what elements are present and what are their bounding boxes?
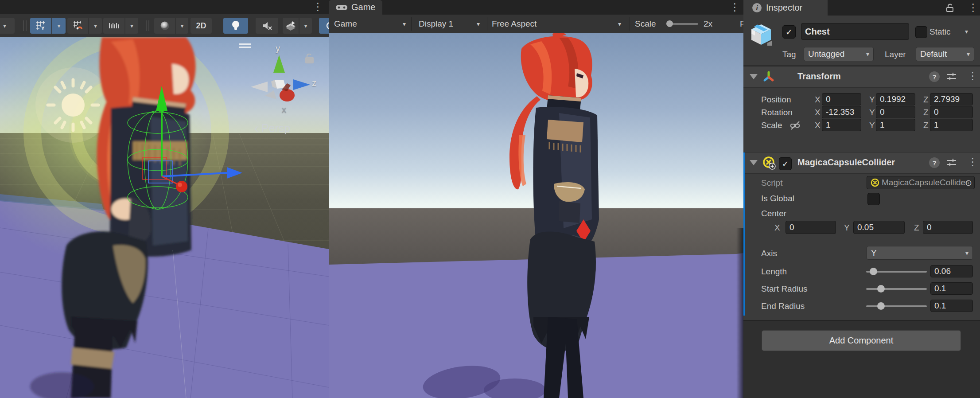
- axis-dropdown[interactable]: Y ▾: [867, 246, 973, 260]
- scene-view-panel: ⋮ ▾ Y ▾: [0, 0, 329, 398]
- active-checkbox[interactable]: ✓: [782, 25, 796, 39]
- length-slider[interactable]: [866, 271, 927, 273]
- scale-x-field[interactable]: 1: [822, 119, 861, 131]
- inspector-kebab-icon[interactable]: ⋮: [968, 3, 978, 13]
- tool-handle-dropdown[interactable]: ▾: [0, 18, 15, 34]
- constrain-proportions-icon[interactable]: [789, 120, 801, 131]
- tag-dropdown[interactable]: Untagged ▾: [804, 47, 874, 61]
- center-z-field[interactable]: 0: [923, 221, 973, 234]
- scale-slider-knob[interactable]: [666, 20, 673, 27]
- layer-label: Layer: [885, 50, 906, 59]
- check-icon: ✓: [786, 27, 793, 37]
- presets-icon[interactable]: [946, 72, 957, 81]
- position-y-field[interactable]: 0.1992: [876, 93, 915, 105]
- start-radius-slider[interactable]: [866, 288, 927, 290]
- game-menu-kebab-icon[interactable]: ⋮: [730, 2, 740, 12]
- is-global-label: Is Global: [761, 194, 794, 203]
- scene-effects-button[interactable]: [283, 18, 299, 34]
- end-radius-slider[interactable]: [866, 305, 927, 307]
- end-radius-slider-knob[interactable]: [877, 302, 885, 310]
- game-render: [329, 33, 743, 398]
- position-z-field[interactable]: 2.7939: [930, 93, 973, 105]
- static-dropdown-icon[interactable]: ▾: [965, 28, 968, 35]
- axis-z: Z: [923, 95, 929, 105]
- transform-foldout[interactable]: [750, 74, 758, 79]
- game-view-panel: Game ⋮ Game ▾ Display 1 ▾ Free Aspect ▾ …: [329, 0, 744, 398]
- rotation-x-field[interactable]: -12.353: [822, 106, 861, 118]
- position-x-field[interactable]: 0: [822, 93, 861, 105]
- scene-menu-kebab-icon[interactable]: ⋮: [313, 2, 323, 12]
- tab-inspector[interactable]: i Inspector: [743, 0, 828, 16]
- length-field[interactable]: 0.06: [930, 265, 973, 277]
- collider-enabled-checkbox[interactable]: ✓: [779, 157, 792, 170]
- aspect-ratio-dropdown[interactable]: Free Aspect ▾: [492, 15, 621, 33]
- layer-dropdown[interactable]: Default ▾: [916, 47, 974, 61]
- clipped-toolbar-button[interactable]: [319, 18, 329, 34]
- chevron-down-icon: ▾: [180, 23, 183, 29]
- transform-kebab-icon[interactable]: ⋮: [968, 71, 978, 81]
- collider-kebab-icon[interactable]: ⋮: [968, 157, 978, 167]
- scene-effects-dropdown[interactable]: ▾: [299, 18, 312, 34]
- display-dropdown[interactable]: Display 1 ▾: [419, 15, 480, 33]
- inspector-panel: i Inspector ⋮ ✓: [743, 0, 980, 398]
- center-x-field[interactable]: 0: [786, 221, 836, 234]
- presets-icon[interactable]: [946, 158, 957, 167]
- mode-2d-button[interactable]: 2D: [191, 18, 212, 34]
- projection-mode-label[interactable]: ‹ Persp: [254, 121, 290, 135]
- help-icon[interactable]: ?: [929, 71, 940, 82]
- move-gizmo-x-handle: [176, 181, 187, 192]
- chevron-down-icon: ▾: [403, 21, 406, 27]
- axis-y: Y: [869, 95, 875, 105]
- scene-lighting-button[interactable]: [223, 18, 248, 34]
- game-camera-dropdown[interactable]: Game ▾: [334, 15, 406, 33]
- tab-game[interactable]: Game: [329, 0, 382, 15]
- scale-slider[interactable]: [666, 23, 698, 25]
- center-y-field[interactable]: 0.05: [853, 221, 905, 234]
- start-radius-slider-knob[interactable]: [877, 285, 885, 293]
- lock-icon[interactable]: [945, 3, 955, 13]
- gameobject-name-field[interactable]: Chest: [801, 23, 909, 40]
- svg-text:Y: Y: [41, 26, 45, 31]
- object-picker-icon[interactable]: ⊙: [965, 178, 972, 188]
- scene-audio-button[interactable]: [256, 18, 278, 34]
- gizmo-y-label[interactable]: y: [276, 43, 280, 54]
- scene-viewport[interactable]: y z x ‹ Persp: [0, 37, 329, 398]
- add-component-button[interactable]: Add Component: [762, 330, 961, 351]
- script-object-field[interactable]: MagicaCapsuleCollider ⊙: [867, 176, 975, 189]
- clipped-play-focused-dropdown[interactable]: P: [740, 15, 743, 33]
- length-slider-knob[interactable]: [870, 268, 877, 275]
- transform-icon: [762, 70, 775, 84]
- shading-mode-dropdown[interactable]: ▾: [176, 18, 188, 34]
- help-icon[interactable]: ?: [929, 157, 940, 168]
- effects-layers-icon: [285, 20, 296, 31]
- end-radius-field[interactable]: 0.1: [930, 300, 973, 312]
- scale-y-field[interactable]: 1: [876, 119, 915, 131]
- tag-label: Tag: [782, 50, 796, 59]
- scale-label: Scale: [635, 15, 656, 33]
- gizmo-z-label[interactable]: z: [312, 78, 316, 88]
- gizmo-x-label[interactable]: x: [282, 105, 286, 115]
- grid-snapping-button[interactable]: [67, 18, 88, 34]
- rotation-y-field[interactable]: 0: [876, 106, 915, 118]
- snap-increment-dropdown[interactable]: ▾: [125, 18, 138, 34]
- static-checkbox[interactable]: [915, 26, 927, 38]
- scale-z-field[interactable]: 1: [930, 119, 973, 131]
- prefab-cube-icon[interactable]: [751, 23, 772, 46]
- collider-foldout[interactable]: [750, 160, 758, 165]
- grid-visibility-button[interactable]: Y: [30, 18, 51, 34]
- info-icon: i: [752, 3, 762, 12]
- transform-header[interactable]: Transform ? ⋮: [743, 66, 980, 88]
- collider-header[interactable]: ✓ MagicaCapsuleCollider ? ⋮: [743, 152, 980, 174]
- rotation-label: Rotation: [761, 108, 793, 117]
- game-toolbar: Game ▾ Display 1 ▾ Free Aspect ▾ Scale 2…: [329, 15, 743, 34]
- grid-snapping-dropdown[interactable]: ▾: [89, 18, 102, 34]
- start-radius-field[interactable]: 0.1: [930, 282, 973, 295]
- shading-mode-button[interactable]: [154, 18, 175, 34]
- rotation-z-field[interactable]: 0: [930, 106, 973, 118]
- chevron-down-icon: ▾: [94, 23, 97, 29]
- game-viewport[interactable]: [329, 33, 743, 398]
- snap-increment-button[interactable]: [103, 18, 124, 34]
- grid-visibility-dropdown[interactable]: ▾: [52, 18, 66, 34]
- lightbulb-icon: [231, 20, 241, 31]
- is-global-checkbox[interactable]: [867, 193, 880, 205]
